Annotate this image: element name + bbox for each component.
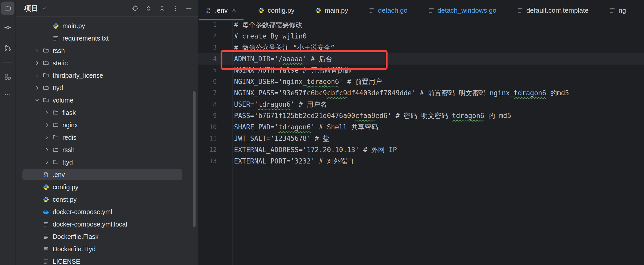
line-number[interactable]: 1 xyxy=(198,19,217,30)
line-number[interactable]: 10 xyxy=(198,121,217,133)
editor-tab-main.py[interactable]: main.py xyxy=(308,0,355,21)
tree-item-label: ttyd xyxy=(62,159,73,166)
line-number[interactable]: 5 xyxy=(198,65,217,76)
code-line-8[interactable]: 8USER='tdragon6' # 用户名 xyxy=(198,99,644,110)
line-number[interactable]: 13 xyxy=(198,155,217,167)
tree-item-label: docker-compose.yml.local xyxy=(53,221,127,228)
python-icon xyxy=(315,7,321,14)
line-number[interactable]: 9 xyxy=(198,110,217,121)
activity-button-commit[interactable] xyxy=(1,21,14,34)
tree-row-redis[interactable]: redis xyxy=(15,131,198,144)
locate-button[interactable] xyxy=(130,3,140,13)
indent-spacer xyxy=(34,184,40,190)
chevron-right-icon[interactable] xyxy=(34,72,40,79)
python-icon xyxy=(52,22,59,29)
tree-row-rssh[interactable]: rssh xyxy=(15,144,198,156)
project-view-selector[interactable]: 项目 xyxy=(24,4,47,13)
tree-row-ttyd[interactable]: ttyd xyxy=(15,156,198,168)
project-tree-scrollbar[interactable] xyxy=(193,91,196,227)
tree-row-ttyd[interactable]: ttyd xyxy=(15,82,198,94)
tree-item-label: thirdparty_license xyxy=(53,72,103,79)
line-number[interactable]: 8 xyxy=(198,99,217,110)
editor-tab-default.conf.template[interactable]: default.conf.template xyxy=(510,0,595,21)
line-number[interactable]: 12 xyxy=(198,144,217,155)
chevron-right-icon[interactable] xyxy=(44,110,50,116)
chevron-right-icon[interactable] xyxy=(34,85,40,91)
chevron-right-icon[interactable] xyxy=(34,48,40,54)
tree-item-label: const.py xyxy=(53,196,77,203)
folder-icon xyxy=(52,159,59,166)
hide-panel-button[interactable] xyxy=(184,3,194,13)
tree-row-docker-compose.yml.local[interactable]: docker-compose.yml.local xyxy=(15,218,198,230)
tree-row-dockerfile.ttyd[interactable]: Dockerfile.Ttyd xyxy=(15,243,198,255)
code-line-9[interactable]: 9PASS='b7671f125bb2ed21d0476a00cfaa9ed6'… xyxy=(198,110,644,121)
tree-row-nginx[interactable]: nginx xyxy=(15,119,198,131)
tree-row-static[interactable]: static xyxy=(15,57,198,69)
chevron-right-icon[interactable] xyxy=(44,134,50,141)
activity-button-structure[interactable] xyxy=(1,70,14,83)
chevron-right-icon[interactable] xyxy=(44,147,50,153)
tree-row-const.py[interactable]: const.py xyxy=(15,193,198,206)
tree-row-flask[interactable]: flask xyxy=(15,106,198,119)
chevron-down-icon xyxy=(42,5,47,11)
indent-spacer xyxy=(44,35,50,41)
tree-item-label: docker-compose.yml xyxy=(53,208,112,216)
line-number[interactable]: 2 xyxy=(198,30,217,42)
code-line-7[interactable]: 7NGINX_PASS='93e57fc6bc9cbfc9df4403def78… xyxy=(198,87,644,99)
code-line-10[interactable]: 10SHARE_PWD='tdragon6' # Shell 共享密码 xyxy=(198,121,644,133)
typo-underlined-text: tdragon6 xyxy=(307,78,339,85)
code-editor-surface[interactable]: 1# 每个参数都需要修改2# create By wjlin03# 微信公众号关… xyxy=(198,19,644,265)
tree-row-config.py[interactable]: config.py xyxy=(15,181,198,193)
tree-item-label: LICENSE xyxy=(53,258,80,265)
line-number[interactable]: 11 xyxy=(198,133,217,144)
code-line-5[interactable]: 5NGINX_AUTH=false # 开启前置防御 xyxy=(198,65,644,76)
tree-row-main.py[interactable]: main.py xyxy=(15,20,198,32)
tree-item-label: redis xyxy=(62,134,76,141)
activity-button-more-tools[interactable] xyxy=(1,88,14,102)
docker-icon xyxy=(42,208,50,215)
code-line-12[interactable]: 12EXTERNAL_ADDRESS='172.20.10.13' # 外网 I… xyxy=(198,144,644,155)
line-number[interactable]: 6 xyxy=(198,76,217,87)
code-line-11[interactable]: 11JWT_SALT='12345678' # 盐 xyxy=(198,133,644,144)
tree-row-thirdparty-license[interactable]: thirdparty_license xyxy=(15,69,198,82)
tree-row-rssh[interactable]: rssh xyxy=(15,44,198,57)
code-line-4[interactable]: 4ADMIN_DIR='/aaaaa' # 后台 xyxy=(198,53,644,65)
code-line-1[interactable]: 1# 每个参数都需要修改 xyxy=(198,19,644,30)
chevron-right-icon[interactable] xyxy=(44,159,50,165)
expand-all-button[interactable] xyxy=(143,3,154,13)
code-line-3[interactable]: 3# 微信公众号关注 “小王说安全” xyxy=(198,42,644,53)
typo-underlined-text: cfaa9 xyxy=(355,112,375,120)
line-text: NGINX_AUTH=false # 开启前置防御 xyxy=(234,65,351,76)
editor-tab-.env[interactable]: .env xyxy=(199,0,244,21)
editor-tab-ng[interactable]: ng xyxy=(602,0,633,21)
tree-row-docker-compose.yml[interactable]: docker-compose.yml xyxy=(15,206,198,218)
code-line-6[interactable]: 6NGINX_USER='nginx_tdragon6' # 前置用户 xyxy=(198,76,644,87)
chevron-down-icon[interactable] xyxy=(34,97,40,103)
tree-row-license[interactable]: LICENSE xyxy=(15,255,198,265)
tab-label: detach_windows.go xyxy=(438,6,496,14)
chevron-right-icon[interactable] xyxy=(44,122,50,128)
indent-spacer xyxy=(34,233,40,240)
activity-button-project-folder[interactable] xyxy=(1,2,14,15)
line-number[interactable]: 7 xyxy=(198,87,217,99)
code-line-2[interactable]: 2# create By wjlin0 xyxy=(198,30,644,42)
activity-button-version-control[interactable] xyxy=(1,41,14,54)
tree-row-volume[interactable]: volume xyxy=(15,94,198,106)
code-line-13[interactable]: 13EXTERNAL_PORT='3232' # 对外端口 xyxy=(198,155,644,167)
editor-tab-config.py[interactable]: config.py xyxy=(251,0,301,21)
line-number[interactable]: 3 xyxy=(198,42,217,53)
folder-icon xyxy=(52,134,59,141)
tree-row-requirements.txt[interactable]: requirements.txt xyxy=(15,32,198,44)
close-icon[interactable] xyxy=(231,7,237,14)
more-kebab-button[interactable] xyxy=(170,3,181,13)
line-number[interactable]: 4 xyxy=(198,53,217,65)
collapse-all-button[interactable] xyxy=(157,3,167,13)
line-text: USER='tdragon6' # 用户名 xyxy=(234,99,327,110)
editor-tab-detach-windows.go[interactable]: detach_windows.go xyxy=(422,0,503,21)
chevron-right-icon[interactable] xyxy=(34,60,40,66)
tree-row-dockerfile.flask[interactable]: Dockerfile.Flask xyxy=(15,230,198,243)
editor-tab-detach.go[interactable]: detach.go xyxy=(362,0,414,21)
tree-item-label: requirements.txt xyxy=(62,35,109,42)
tree-item-label: .env xyxy=(53,171,65,178)
tree-row-.env[interactable]: .env xyxy=(15,168,198,181)
